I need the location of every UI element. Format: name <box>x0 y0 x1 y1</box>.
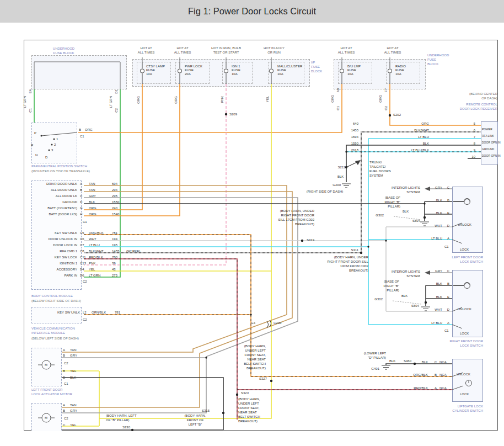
connector-label-c1: C1 <box>64 381 68 386</box>
pin-id: B <box>79 128 81 132</box>
pin-id: A <box>442 237 451 240</box>
hot-in-run-label: HOT IN RUN, BULB TEST OR START <box>201 46 251 55</box>
bcm-pin-row: ALL DOOR LK C GRY 295 <box>31 193 126 199</box>
splice-label-s311: S311 <box>342 248 358 252</box>
splice-label-s209: S209 <box>229 112 237 116</box>
switch-pin-row: LT BLU A <box>389 316 451 330</box>
wire-color-tag: ORG <box>174 96 178 104</box>
pin-id: H <box>80 213 89 216</box>
wire-color: TAN <box>70 348 89 352</box>
wire-color: BLK <box>70 376 89 379</box>
wire-number: 640 <box>330 122 358 125</box>
wire-color: LT BLU <box>358 135 429 139</box>
pin-id: C7 <box>80 243 89 247</box>
gear-position-p: P <box>34 131 36 135</box>
left-b-pillar-note: (BODY HARN, LEFT OF "B" PILLAR) <box>106 413 150 422</box>
wire-color: ORG <box>358 122 429 125</box>
bcm-pin-function: RFA CMD 1 <box>31 249 80 253</box>
hot-at-all-times-label: HOT AT ALL TIMES <box>373 46 412 55</box>
wire-number: 1550 <box>112 200 126 204</box>
connector-label-c2: C2 <box>64 416 68 421</box>
bcm-location: (BELOW RIGHT SIDE OF DASH) <box>31 299 81 303</box>
wire-number: 194 <box>112 237 126 241</box>
splice-label-s211: S211 <box>330 165 345 169</box>
seat-breakout-note: (BODY HARN, UNDER LEFT FRONT SEAT, NEAR … <box>221 344 266 370</box>
splice-label-s323: S323 <box>241 391 249 395</box>
wire-color: YEL <box>70 369 89 373</box>
door-sill-17cm-note: (BODY HARN, UNDER RIGHT FRONT DOOR SILL … <box>251 209 314 226</box>
gear-position-r: R <box>31 143 33 147</box>
wire-color: ORG <box>89 213 112 216</box>
wire-color: RED/BLK <box>389 386 428 390</box>
wire-color: BLK <box>389 199 442 202</box>
pin-id: D6 <box>80 274 89 277</box>
motor-symbol-m: M <box>45 416 47 420</box>
switch-pin-row: GRY C <box>389 181 451 194</box>
wire-number: 2618 <box>330 148 358 152</box>
bcm-pin-row: PARK IN D6 LT GRN 275 <box>31 272 148 278</box>
pin-id: B <box>428 373 437 376</box>
pin-id: C5 <box>80 231 89 235</box>
connector-label-c2: C2 <box>83 279 87 284</box>
pin-id: C8 <box>80 249 89 253</box>
pin-id: D <box>80 200 89 204</box>
wire-color: LT BLU <box>89 243 112 247</box>
wire-number: 1694 <box>330 135 358 139</box>
pin-id: L2 <box>83 310 87 315</box>
motor1-c1-rows: B YEL D BLK <box>63 368 89 381</box>
wire-color-tag: LT GRN <box>23 96 26 108</box>
pin-id: C <box>80 194 89 198</box>
bcm-pin-function: DOOR UNLOCK IN <box>31 237 80 241</box>
right-switch-rows: GRY C BLK B BLK E WHT D LT BLU A <box>389 264 451 330</box>
receiver-pin-function: DOOR OPN IN <box>482 139 501 146</box>
bcm-pin-row: DOOR LOCK IN C7 LT BLU 195 <box>31 242 148 248</box>
feed-stubs <box>34 57 390 89</box>
ground-label-g302: G302 <box>369 297 383 301</box>
wire-color: GRY <box>389 186 442 189</box>
receiver-pin-function: RFA LINK <box>482 132 501 139</box>
wire-color: PNK <box>89 262 112 265</box>
wire-color: GRY <box>89 194 112 198</box>
wire-color: TAN <box>70 403 89 407</box>
connector-tag: D1 <box>115 89 118 94</box>
switch-pin-row: BLK B <box>389 194 451 206</box>
receiver-pin-function: GROUND <box>482 146 501 152</box>
ground-label-g200: G200 <box>328 183 341 187</box>
wire-number: 195 <box>112 243 126 247</box>
lower-d-pillar-note: (LOWER LEFT "D" PILLAR) <box>351 351 386 360</box>
wire-number: 1455 <box>112 249 126 253</box>
receiver-functions: POWERRFA LINKDOOR OPN INGROUNDDOOR OPN I… <box>482 126 501 159</box>
bcm-pin-row: GROUND D BLK 1550 <box>31 199 126 205</box>
switch-pin-row: BLK B <box>389 278 451 291</box>
bcm-pin-function: ACCESSORY <box>31 268 80 271</box>
liftgate-switch-name: LIFTGATE LOCK CYLINDER SWITCH <box>428 404 483 413</box>
fuse-symbols <box>141 62 392 84</box>
bcm-pin-row: BATT (COURTESY) G ORG 240 <box>31 205 126 211</box>
bcm-pin-function: IGNITION 1 <box>31 262 80 265</box>
connector-tag: C1 <box>29 108 32 113</box>
wire-color: RED/BLK <box>89 256 112 259</box>
bcm-pin-row: BATT (DOOR LKS) H ORG 1540 <box>31 211 126 217</box>
wire-number: 1540 <box>112 213 126 216</box>
vcim-location: (BELOW LEFT SIDE OF DASH) <box>31 336 79 341</box>
receiver-pin-row: 1694 LT BLU 7 <box>330 134 475 140</box>
motor-symbol-m: M <box>45 363 47 367</box>
contact-1: 1 <box>56 137 58 141</box>
switch-pin-row: LT BLU A <box>389 232 451 245</box>
receiver-location-note: (BEHIND CENTER OF DASH) <box>420 92 497 100</box>
bcm-pin-row: IGNITION 1 C13 PNK 39 <box>31 260 148 266</box>
wire-color: TAN <box>89 188 112 192</box>
bcm-pin-function: BATT (COURTESY) <box>31 206 80 210</box>
left-switch-rows: GRY C BLK B BLK E WHT D LT BLU A <box>389 181 451 245</box>
receiver-name: REMOTE CONTROL DOOR LOCK RECEIVER <box>420 102 497 111</box>
ground-label-g302: G302 <box>371 213 384 217</box>
pin-id: D <box>63 376 70 379</box>
connector-label-g4: G4 <box>251 321 255 325</box>
splice-label-s327: S327 <box>249 376 267 381</box>
hot-at-all-times-label: HOT AT ALL TIMES <box>327 46 366 55</box>
switch-pin-row: WHT D <box>389 219 451 232</box>
wire-color: BLK <box>389 360 428 364</box>
pin-id: C11 <box>80 256 89 259</box>
switch-pin-row: BLK C NCA <box>389 355 450 369</box>
pin-id: B <box>442 199 451 202</box>
